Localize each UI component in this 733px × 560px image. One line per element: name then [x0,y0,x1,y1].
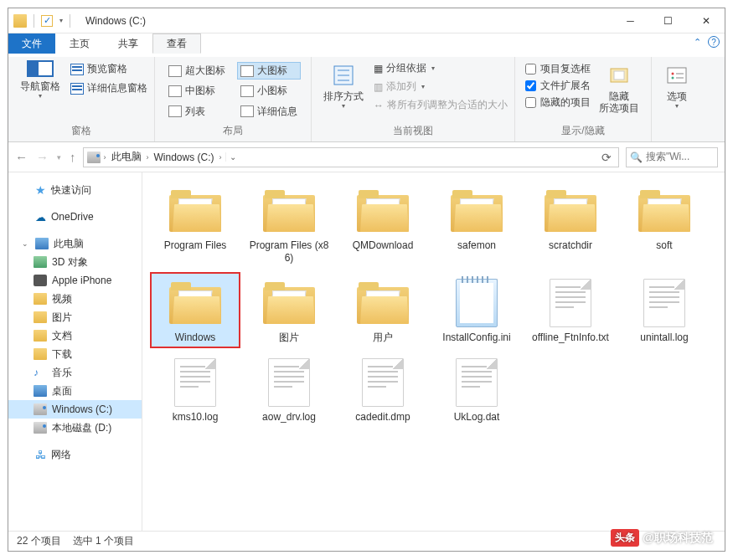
tab-view[interactable]: 查看 [152,33,201,54]
layout-extra-large-button[interactable]: 超大图标 [165,62,229,80]
breadcrumb-drive[interactable]: Windows (C:) [152,152,216,163]
file-extensions-toggle[interactable]: 文件扩展名 [525,79,591,93]
tab-home[interactable]: 主页 [55,33,104,54]
tree-documents[interactable]: 文档 [8,326,142,345]
refresh-icon[interactable]: ⟳ [598,151,615,164]
file-item[interactable]: Program Files [151,181,240,268]
up-button[interactable]: ↑ [70,150,76,164]
file-name: InstallConfig.ini [442,331,510,344]
collapse-ribbon-icon[interactable]: ⌃ [694,37,701,48]
chevron-right-icon[interactable]: › [147,153,149,162]
file-item[interactable]: scratchdir [526,181,615,268]
minimize-button[interactable]: ─ [612,8,649,33]
tree-drive-d[interactable]: 本地磁盘 (D:) [8,419,142,437]
tree-drive-c[interactable]: Windows (C:) [8,400,142,419]
tab-share[interactable]: 共享 [104,33,152,54]
back-button[interactable]: ← [15,150,28,164]
file-item[interactable]: 用户 [338,273,427,347]
file-item[interactable]: safemon [432,181,521,268]
layout-details-button[interactable]: 详细信息 [237,103,301,121]
file-name: 图片 [279,331,299,344]
svg-point-8 [672,77,674,80]
star-icon: ★ [35,183,46,197]
folder-icon [447,184,507,238]
layout-list-button[interactable]: 列表 [165,103,229,121]
tree-network[interactable]: 🖧网络 [8,445,142,464]
tree-pictures[interactable]: 图片 [8,308,142,326]
tree-onedrive[interactable]: ☁OneDrive [8,208,142,226]
nav-pane-button[interactable]: 导航窗格 ▾ [15,60,65,122]
help-icon[interactable]: ? [708,36,720,48]
file-item[interactable]: kms10.log [151,352,240,427]
tree-desktop[interactable]: 桌面 [8,382,142,400]
file-item[interactable]: soft [620,181,709,268]
add-columns-button[interactable]: ▥添加列▾ [374,79,508,95]
window-title: Windows (C:) [85,15,146,27]
size-columns-button[interactable]: ↔将所有列调整为合适的大小 [374,97,508,113]
tree-3d-objects[interactable]: 3D 对象 [8,253,142,271]
layout-medium-button[interactable]: 中图标 [165,82,229,100]
breadcrumb-root[interactable]: 此电脑 [110,150,143,164]
file-list[interactable]: Program FilesProgram Files (x86)QMDownlo… [142,172,725,531]
svg-point-7 [672,73,674,75]
search-input[interactable]: 🔍 搜索"Wi... [626,147,718,167]
layout-large-button[interactable]: 大图标 [237,62,301,80]
hidden-items-toggle[interactable]: 隐藏的项目 [525,95,591,110]
folder-icon [353,184,413,238]
tree-downloads[interactable]: 下载 [8,345,142,363]
app-icon [13,14,27,28]
file-item[interactable]: aow_drv.log [245,352,333,427]
recent-dropdown-icon[interactable]: ▾ [57,153,61,162]
file-name: Program Files [164,239,227,252]
file-item[interactable]: 图片 [245,273,333,347]
svg-rect-6 [668,68,686,83]
music-icon: ♪ [34,367,47,378]
file-item[interactable]: offline_FtnInfo.txt [526,273,615,347]
file-name: scratchdir [549,239,592,252]
group-by-button[interactable]: ▦分组依据▾ [374,60,508,76]
address-bar[interactable]: › 此电脑 › Windows (C:) › ⌄ ⟳ [83,147,620,167]
chevron-right-icon[interactable]: › [219,153,222,162]
maximize-button[interactable]: ☐ [649,8,687,33]
hide-selected-button[interactable]: 隐藏 所选项目 [594,60,644,122]
watermark-badge: 头条 [611,529,639,547]
drive-icon [34,422,47,434]
tree-iphone[interactable]: Apple iPhone [8,271,142,290]
file-item[interactable]: cadedit.dmp [338,352,427,427]
folder-icon [34,311,47,323]
tree-quick-access[interactable]: ★快速访问 [8,181,142,199]
file-name: UkLog.dat [454,411,500,424]
address-dropdown-icon[interactable]: ⌄ [225,152,240,162]
tree-music[interactable]: ♪音乐 [8,363,142,382]
ribbon-group-current-view: 排序方式 ▾ ▦分组依据▾ ▥添加列▾ ↔将所有列调整为合适的大小 当前视图 [312,57,515,141]
phone-icon [34,275,47,286]
chevron-right-icon[interactable]: › [104,153,106,162]
file-name: cadedit.dmp [355,411,410,424]
details-pane-button[interactable]: 详细信息窗格 [70,81,147,95]
ribbon: 导航窗格 ▾ 预览窗格 详细信息窗格 窗格 超大图标 大图标 中图标 小图标 列… [8,57,725,142]
file-item[interactable]: Windows [151,273,240,347]
layout-small-button[interactable]: 小图标 [237,82,301,100]
qat-dropdown-icon[interactable]: ▾ [59,17,63,24]
status-selected-count: 选中 1 个项目 [73,534,134,548]
properties-qat-icon[interactable]: ✓ [41,15,53,27]
sort-button[interactable]: 排序方式 ▾ [318,60,369,122]
tree-videos[interactable]: 视频 [8,290,142,308]
file-item[interactable]: UkLog.dat [432,352,521,427]
ribbon-group-options: 选项 ▾ [652,57,702,141]
columns-icon: ▥ [374,81,383,93]
file-icon [353,356,413,409]
file-item[interactable]: InstallConfig.ini [432,273,521,347]
file-item[interactable]: QMDownload [338,181,427,268]
close-button[interactable]: ✕ [687,8,725,33]
file-item[interactable]: unintall.log [620,273,709,347]
address-bar-row: ← → ▾ ↑ › 此电脑 › Windows (C:) › ⌄ ⟳ 🔍 搜索"… [8,142,725,172]
tab-file[interactable]: 文件 [8,33,55,54]
options-button[interactable]: 选项 ▾ [658,60,695,125]
tree-this-pc[interactable]: ⌄此电脑 [8,234,142,253]
forward-button[interactable]: → [36,150,49,164]
file-item[interactable]: Program Files (x86) [245,181,333,268]
preview-pane-button[interactable]: 预览窗格 [70,62,147,76]
drive-icon [34,403,47,415]
item-checkboxes-toggle[interactable]: 项目复选框 [525,62,591,76]
